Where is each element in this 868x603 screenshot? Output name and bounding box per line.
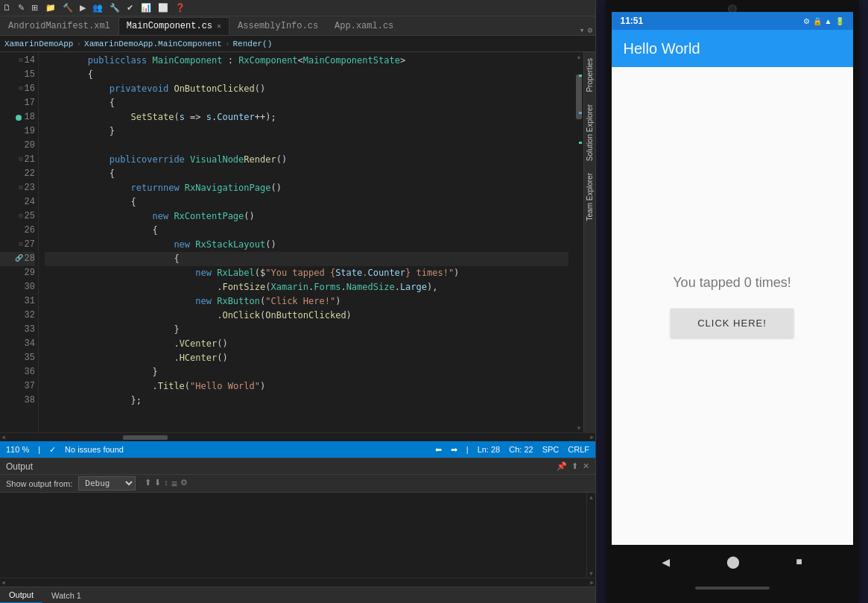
line-info: Ln: 28 <box>478 445 501 454</box>
code-line-22: { <box>45 167 568 181</box>
tabs-overflow-icon[interactable]: ▾ <box>580 25 585 35</box>
zoom-level: 110 % <box>6 445 29 454</box>
tab-watch1[interactable]: Watch 1 <box>42 587 90 604</box>
toolbar: 🗋 ✎ ⊞ 📁 🔨 ▶ 👥 🔧 ✔ 📊 ⬜ ❓ <box>0 0 595 16</box>
phone-screen: 11:51 ⚙ 🔒 ▲ 🔋 Hello World <box>612 12 853 579</box>
output-action-1[interactable]: ⬆ <box>145 478 151 490</box>
tab-close-icon[interactable]: ✕ <box>217 22 221 31</box>
output-hscrollbar[interactable]: ◀ ▶ <box>0 578 595 587</box>
breadcrumb-sep2: › <box>225 40 230 48</box>
tab-output[interactable]: Output <box>0 587 42 604</box>
sidebar-tab-team[interactable]: Team Explorer <box>584 167 595 227</box>
status-divider: | <box>38 445 40 454</box>
code-line-37: .Title("Hello World") <box>45 379 568 394</box>
tab-label: AssemblyInfo.cs <box>238 21 318 31</box>
output-float-icon[interactable]: ⬆ <box>571 461 578 471</box>
breadcrumb-sep1: › <box>76 40 81 48</box>
nav-next[interactable]: ➡ <box>451 445 457 455</box>
code-editor[interactable]: public class MainComponent : RxComponent… <box>39 52 574 432</box>
code-line-36: } <box>45 365 568 379</box>
output-toolbar: Show output from: Debug Build General ⬆ … <box>0 475 595 493</box>
battery-icon: 🔋 <box>835 17 844 25</box>
phone-top-bezel <box>612 6 853 12</box>
code-line-15: { <box>45 68 568 82</box>
output-scrollbar[interactable]: ▲ ▼ <box>586 493 595 578</box>
tab-appxamlcs[interactable]: App.xaml.cs <box>326 17 402 35</box>
phone-time: 11:51 <box>621 16 644 26</box>
code-line-17: { <box>45 96 568 110</box>
code-hscrollbar[interactable]: ◀ ▶ <box>0 432 595 441</box>
output-action-3[interactable]: ↕ <box>164 478 168 490</box>
code-line-35: .HCenter() <box>45 351 568 365</box>
out-hscroll-right[interactable]: ▶ <box>590 579 594 586</box>
sidebar-tab-properties[interactable]: Properties <box>584 52 595 98</box>
output-row-flex: ▲ ▼ <box>0 493 595 578</box>
output-pin-icon[interactable]: 📌 <box>557 461 567 471</box>
tab-assemblyinfo[interactable]: AssemblyInfo.cs <box>229 17 326 35</box>
code-line-29: new RxLabel($"You tapped {State.Counter}… <box>45 266 568 280</box>
home-bar <box>695 587 770 590</box>
fold-21[interactable]: ⊟ <box>19 153 22 167</box>
tab-androidmanifest[interactable]: AndroidManifest.xml <box>0 17 118 35</box>
status-divider2: | <box>466 445 469 454</box>
tabs-settings-icon[interactable]: ⚙ <box>587 25 592 35</box>
home-btn[interactable]: ⬤ <box>726 555 740 569</box>
breadcrumb-project[interactable]: XamarinDemoApp <box>4 40 73 48</box>
toolbar-text: 🗋 ✎ ⊞ 📁 🔨 ▶ 👥 🔧 ✔ 📊 ⬜ ❓ <box>3 3 186 13</box>
phone-status-bar: 11:51 ⚙ 🔒 ▲ 🔋 <box>612 12 853 30</box>
breadcrumb-method[interactable]: Render() <box>232 40 272 48</box>
phone-home-indicator <box>612 579 853 597</box>
back-btn[interactable]: ◀ <box>662 554 670 570</box>
out-scroll-up[interactable]: ▲ <box>587 493 595 502</box>
phone-content: You tapped 0 times! CLICK HERE! <box>612 67 853 545</box>
fold-23[interactable]: ⊟ <box>19 181 22 195</box>
encoding: SPC <box>542 445 560 454</box>
recents-btn[interactable]: ■ <box>796 556 802 568</box>
code-line-30: .FontSize(Xamarin.Forms.NamedSize.Large)… <box>45 280 568 294</box>
code-line-26: { <box>45 224 568 238</box>
code-line-24: { <box>45 195 568 209</box>
output-close-icon[interactable]: ✕ <box>583 461 589 471</box>
breadcrumb-class[interactable]: XamarinDemoApp.MainComponent <box>84 40 222 48</box>
output-content <box>0 493 586 578</box>
editor-scrollbar[interactable]: ▲ ▼ <box>574 52 583 432</box>
fold-25[interactable]: ⊟ <box>19 209 22 224</box>
scroll-down-arrow[interactable]: ▼ <box>574 423 583 432</box>
emulator-panel: 11:51 ⚙ 🔒 ▲ 🔋 Hello World <box>596 0 868 603</box>
out-scroll-down[interactable]: ▼ <box>587 569 595 578</box>
fold-16[interactable]: ⊟ <box>19 82 22 96</box>
settings-icon: ⚙ <box>803 17 810 25</box>
tab-label: App.xaml.cs <box>335 21 393 31</box>
click-here-button[interactable]: CLICK HERE! <box>671 309 793 338</box>
breadcrumb-bar: XamarinDemoApp › XamarinDemoApp.MainComp… <box>0 36 595 52</box>
code-line-14: public class MainComponent : RxComponent… <box>45 54 568 68</box>
fold-27[interactable]: ⊟ <box>19 238 22 252</box>
sidebar-tab-solution[interactable]: Solution Explorer <box>584 98 595 167</box>
code-line-38: }; <box>45 394 568 408</box>
output-action-5[interactable]: ⚙ <box>180 478 188 490</box>
editor-container: ⊟14 15 ⊟16 17 18 19 20 ⊟21 22 ⊟23 24 ⊟25… <box>0 52 595 432</box>
scroll-up-arrow[interactable]: ▲ <box>574 52 583 61</box>
code-line-28: { <box>45 252 568 266</box>
line-numbers: ⊟14 15 ⊟16 17 18 19 20 ⊟21 22 ⊟23 24 ⊟25… <box>0 52 39 432</box>
hscroll-left[interactable]: ◀ <box>1 434 5 441</box>
output-action-4[interactable]: ≡ <box>171 478 177 490</box>
tab-maincomponent[interactable]: MainComponent.cs ✕ <box>118 17 229 35</box>
status-bar: 110 % | ✓ No issues found ⬅ ➡ | Ln: 28 C… <box>0 441 595 458</box>
output-action-2[interactable]: ⬇ <box>154 478 161 490</box>
ide-panel: 🗋 ✎ ⊞ 📁 🔨 ▶ 👥 🔧 ✔ 📊 ⬜ ❓ AndroidManifest.… <box>0 0 596 603</box>
link-icon-28[interactable]: 🔗 <box>15 252 23 266</box>
nav-prev[interactable]: ⬅ <box>435 445 442 455</box>
right-sidebar: Properties Solution Explorer Team Explor… <box>583 52 595 432</box>
tabs-bar: AndroidManifest.xml MainComponent.cs ✕ A… <box>0 16 595 36</box>
col-info: Ch: 22 <box>509 445 533 454</box>
tab-label: AndroidManifest.xml <box>8 21 110 31</box>
output-title: Output <box>6 461 33 472</box>
fold-14[interactable]: ⊟ <box>19 54 22 68</box>
no-issues-text: No issues found <box>65 445 124 454</box>
hscroll-right[interactable]: ▶ <box>590 434 594 441</box>
output-source-select[interactable]: Debug Build General <box>78 476 136 490</box>
code-line-21: public override VisualNode Render() <box>45 153 568 167</box>
line-ending: CRLF <box>568 445 589 454</box>
output-panel: Output 📌 ⬆ ✕ Show output from: Debug Bui… <box>0 458 595 603</box>
